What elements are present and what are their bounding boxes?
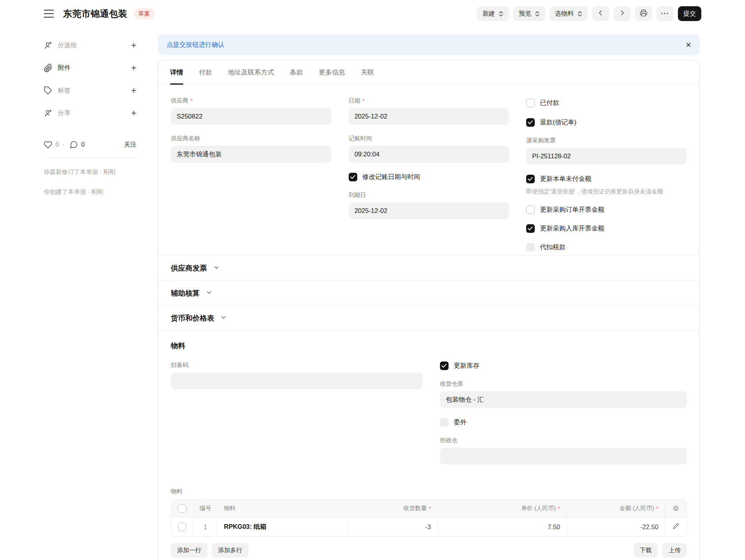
preview-button-label: 预览 [519, 10, 531, 18]
row-qty[interactable]: -3 [425, 523, 431, 531]
share-add-button[interactable]: + [131, 108, 137, 118]
form-col-1: 供应商* S250822 供应商名称 东莞市锦通包装 [171, 97, 332, 252]
chevrons-up-down-icon [498, 11, 504, 17]
update-billed-pr-checkbox[interactable]: 更新采购入库开票金额 [526, 224, 687, 233]
checkbox-checked-icon [526, 224, 535, 233]
update-billed-po-label: 更新采购订单开票金额 [540, 206, 604, 214]
tab-more-info[interactable]: 更多信息 [319, 60, 345, 84]
chevron-down-icon [220, 314, 227, 323]
supplier-field: 供应商* S250822 [171, 97, 332, 125]
next-button[interactable] [614, 6, 631, 21]
supplier-name-input[interactable]: 东莞市锦通包装 [171, 146, 332, 163]
edit-posting-datetime-checkbox[interactable]: 修改记账日期与时间 [349, 173, 509, 181]
chevron-left-icon [597, 9, 604, 18]
chevron-down-icon [206, 289, 213, 298]
gear-icon[interactable]: ⚙ [672, 504, 679, 513]
rejected-warehouse-input[interactable] [440, 448, 687, 464]
sidebar-item-label: 标签 [58, 86, 71, 95]
required-marker: * [656, 505, 658, 512]
submit-button-label: 提交 [683, 10, 696, 18]
section-title: 供应商发票 [171, 263, 207, 273]
due-date-label: 到期日 [349, 191, 366, 199]
posting-time-label: 记账时间 [349, 135, 372, 142]
upload-button[interactable]: 上传 [662, 543, 687, 558]
tab-connections[interactable]: 关联 [361, 60, 374, 84]
sidebar-item-attachments[interactable]: 附件 + [44, 63, 137, 73]
section-accounting-dimensions[interactable]: 辅助核算 [158, 280, 699, 305]
supplier-name-field: 供应商名称 东莞市锦通包装 [171, 135, 332, 163]
tab-address-contact[interactable]: 地址及联系方式 [228, 60, 274, 84]
edit-row-icon[interactable] [673, 523, 679, 531]
row-item-name[interactable]: RPKG03: 纸箱 [224, 523, 266, 531]
attachment-add-button[interactable]: + [131, 63, 137, 73]
return-against-input[interactable]: PI-251128-02 [526, 148, 687, 165]
update-outstanding-checkbox[interactable]: 更新本单未付金额 [526, 175, 687, 183]
alert-message: 点提交按钮进行确认 [167, 41, 225, 49]
apply-tds-checkbox: 代扣税款 [526, 243, 687, 252]
heart-icon[interactable] [44, 140, 52, 149]
follow-button[interactable]: 关注 [124, 141, 137, 149]
menu-icon[interactable] [44, 10, 54, 18]
row-checkbox[interactable] [178, 523, 186, 531]
tag-add-button[interactable]: + [131, 86, 137, 95]
print-button[interactable] [635, 6, 652, 21]
col-item: 物料 [224, 505, 236, 512]
form-col-3: 已付款 退款(借记单) 源采购发票 PI-251128-02 更新本单未付金额 [526, 97, 687, 252]
sidebar-item-tags[interactable]: 标签 + [44, 86, 137, 95]
is-paid-label: 已付款 [540, 99, 559, 107]
tab-payments[interactable]: 付款 [199, 60, 212, 84]
user-plus-icon [44, 41, 53, 50]
is-return-checkbox[interactable]: 退款(借记单) [526, 118, 687, 127]
table-row: 1 RPKG03: 纸箱 -3 7.50 -22.50 [171, 517, 686, 536]
chevron-right-icon [619, 9, 626, 18]
preview-button[interactable]: 预览 [513, 6, 545, 21]
supplier-name-label: 供应商名称 [171, 135, 200, 142]
section-currency-price-list[interactable]: 货币和价格表 [158, 305, 699, 330]
date-label: 日期 [349, 97, 360, 105]
row-rate[interactable]: 7.50 [548, 523, 560, 531]
status-badge: 草案 [134, 8, 155, 19]
sidebar-item-share[interactable]: 分享 + [44, 108, 137, 118]
row-amount[interactable]: -22.50 [640, 523, 658, 531]
submit-button[interactable]: 提交 [678, 6, 701, 21]
checkbox-checked-icon [440, 362, 449, 370]
add-row-button[interactable]: 添加一行 [171, 543, 208, 558]
is-paid-checkbox[interactable]: 已付款 [526, 99, 687, 107]
new-button[interactable]: 新建 [477, 6, 509, 21]
col-amount: 金额 (人民币) [619, 505, 654, 512]
update-billed-po-checkbox[interactable]: 更新采购订单开票金额 [526, 206, 687, 214]
posting-time-input[interactable]: 09:20:04 [349, 146, 509, 163]
tab-details[interactable]: 详情 [170, 60, 183, 84]
tab-terms[interactable]: 条款 [290, 60, 303, 84]
likes-count: 0 [55, 141, 59, 148]
date-input[interactable]: 2025-12-02 [349, 108, 509, 125]
subcontract-checkbox: 委外 [440, 418, 687, 427]
section-title: 货币和价格表 [171, 313, 214, 323]
download-button[interactable]: 下载 [633, 543, 658, 558]
due-date-input[interactable]: 2025-12-02 [349, 202, 509, 219]
sidebar: 分派给 + 附件 + 标签 + 分享 + [44, 41, 137, 208]
section-supplier-invoice[interactable]: 供应商发票 [158, 255, 699, 280]
add-multiple-button[interactable]: 添加多行 [212, 543, 248, 558]
items-table: 编号 物料 收货数量* 单价 (人民币)* 金额 (人民币)* ⚙ 1 RPKG… [171, 499, 687, 537]
update-stock-checkbox[interactable]: 更新库存 [440, 362, 687, 370]
chevrons-up-down-icon [577, 11, 582, 17]
edit-posting-datetime-label: 修改记账日期与时间 [362, 173, 420, 181]
return-against-field: 源采购发票 PI-251128-02 [526, 137, 687, 165]
user-plus-icon [44, 109, 53, 118]
col-rate: 单价 (人民币) [521, 505, 556, 512]
scan-barcode-input[interactable] [171, 372, 423, 389]
sidebar-item-assigned-to[interactable]: 分派给 + [44, 41, 137, 50]
comment-icon[interactable] [69, 140, 78, 149]
warehouse-input[interactable]: 包装物仓 - 汇 [440, 391, 687, 408]
select-all-checkbox[interactable] [178, 504, 186, 513]
new-button-label: 新建 [482, 10, 495, 18]
close-icon[interactable]: × [686, 40, 691, 50]
select-items-button-label: 选物料 [555, 10, 574, 18]
prev-button[interactable] [592, 6, 609, 21]
more-button[interactable]: ··· [656, 6, 674, 21]
comments-count: 0 [81, 141, 85, 148]
supplier-input[interactable]: S250822 [171, 108, 332, 125]
assign-add-button[interactable]: + [131, 41, 137, 50]
select-items-button[interactable]: 选物料 [550, 6, 588, 21]
